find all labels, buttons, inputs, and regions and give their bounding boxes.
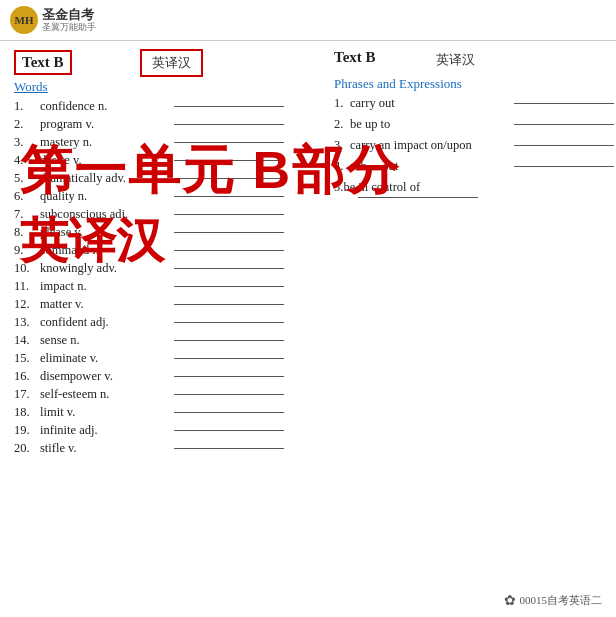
- word-item: 13. confident adj.: [14, 315, 314, 330]
- word-text: stifle v.: [40, 441, 170, 456]
- word-blank: [174, 394, 284, 395]
- word-text: self-esteem n.: [40, 387, 170, 402]
- right-section-title: Text B: [334, 49, 376, 66]
- word-num: 17.: [14, 387, 40, 402]
- word-text: disempower v.: [40, 369, 170, 384]
- left-section-title: Text B: [22, 54, 64, 70]
- logo-text: 圣金自考 圣翼万能助手: [42, 7, 96, 33]
- phrases-title: Phrases and Expressions: [334, 76, 614, 92]
- word-num: 12.: [14, 297, 40, 312]
- footer-icon: ✿: [504, 592, 516, 609]
- words-link[interactable]: Words: [14, 79, 48, 94]
- word-blank: [174, 376, 284, 377]
- word-blank: [174, 358, 284, 359]
- header: MH 圣金自考 圣翼万能助手: [0, 0, 616, 41]
- word-item: 14. sense n.: [14, 333, 314, 348]
- word-blank: [174, 214, 284, 215]
- word-text: confidence n.: [40, 99, 170, 114]
- phrase-num: 1.: [334, 96, 350, 111]
- logo-name: 圣金自考: [42, 7, 96, 23]
- word-text: confident adj.: [40, 315, 170, 330]
- phrase-blank: [514, 124, 614, 125]
- phrase-num: 2.: [334, 117, 350, 132]
- word-blank: [174, 340, 284, 341]
- word-text: limit v.: [40, 405, 170, 420]
- word-blank: [174, 448, 284, 449]
- word-text: sense n.: [40, 333, 170, 348]
- word-num: 14.: [14, 333, 40, 348]
- word-text: infinite adj.: [40, 423, 170, 438]
- word-blank: [174, 106, 284, 107]
- word-num: 20.: [14, 441, 40, 456]
- word-num: 15.: [14, 351, 40, 366]
- word-item: 19. infinite adj.: [14, 423, 314, 438]
- phrase-blank: [514, 145, 614, 146]
- word-text: eliminate v.: [40, 351, 170, 366]
- word-item: 18. limit v.: [14, 405, 314, 420]
- word-blank: [174, 304, 284, 305]
- word-num: 2.: [14, 117, 40, 132]
- word-num: 11.: [14, 279, 40, 294]
- word-blank: [174, 250, 284, 251]
- phrase-blank: [514, 103, 614, 104]
- word-text: impact n.: [40, 279, 170, 294]
- word-item: 15. eliminate v.: [14, 351, 314, 366]
- word-blank: [174, 268, 284, 269]
- word-text: matter v.: [40, 297, 170, 312]
- phrase-text: carry out: [350, 96, 510, 111]
- word-num: 16.: [14, 369, 40, 384]
- right-column: Text B 英译汉 Phrases and Expressions 1. ca…: [314, 49, 614, 459]
- word-item: 20. stifle v.: [14, 441, 314, 456]
- overlay-title: 第一单元 B部分: [20, 136, 400, 206]
- word-num: 19.: [14, 423, 40, 438]
- section-title-box: Text B: [14, 50, 72, 75]
- right-yiyihanying-label: 英译汉: [436, 51, 475, 69]
- logo-box: MH 圣金自考 圣翼万能助手: [10, 6, 96, 34]
- word-item: 16. disempower v.: [14, 369, 314, 384]
- word-num: 1.: [14, 99, 40, 114]
- word-item: 12. matter v.: [14, 297, 314, 312]
- word-text: program v.: [40, 117, 170, 132]
- phrase-item: 1. carry out: [334, 96, 614, 111]
- yiyihanying-btn[interactable]: 英译汉: [140, 49, 203, 77]
- logo-icon: MH: [10, 6, 38, 34]
- word-item: 17. self-esteem n.: [14, 387, 314, 402]
- word-num: 13.: [14, 315, 40, 330]
- footer: ✿ 00015自考英语二: [504, 592, 603, 609]
- word-blank: [174, 322, 284, 323]
- word-item: 1. confidence n.: [14, 99, 314, 114]
- word-blank: [174, 430, 284, 431]
- word-blank: [174, 232, 284, 233]
- overlay-subtitle: 英译汉: [20, 209, 164, 273]
- word-blank: [174, 124, 284, 125]
- right-top-row: Text B 英译汉: [334, 49, 614, 70]
- phrase-item: 2. be up to: [334, 117, 614, 132]
- word-item: 11. impact n.: [14, 279, 314, 294]
- word-blank: [174, 286, 284, 287]
- phrase-blank: [514, 166, 614, 167]
- logo-sub: 圣翼万能助手: [42, 22, 96, 33]
- phrase-text: be up to: [350, 117, 510, 132]
- word-num: 18.: [14, 405, 40, 420]
- word-blank: [174, 412, 284, 413]
- word-item: 2. program v.: [14, 117, 314, 132]
- footer-text: 00015自考英语二: [520, 593, 603, 608]
- main-content: 第一单元 B部分 英译汉 Text B 英译汉 Words 1. confide…: [0, 41, 616, 467]
